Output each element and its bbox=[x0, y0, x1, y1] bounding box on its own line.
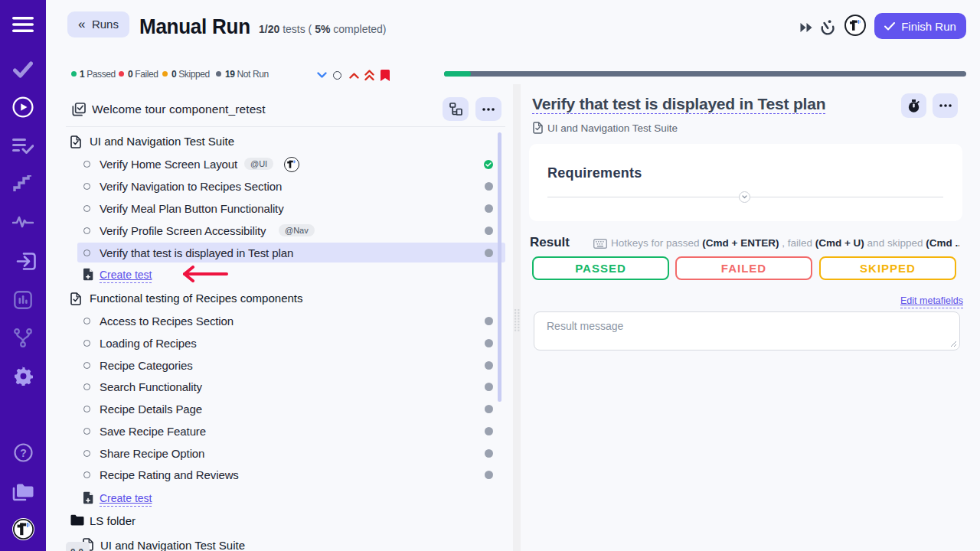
svg-text:?: ? bbox=[20, 447, 27, 459]
